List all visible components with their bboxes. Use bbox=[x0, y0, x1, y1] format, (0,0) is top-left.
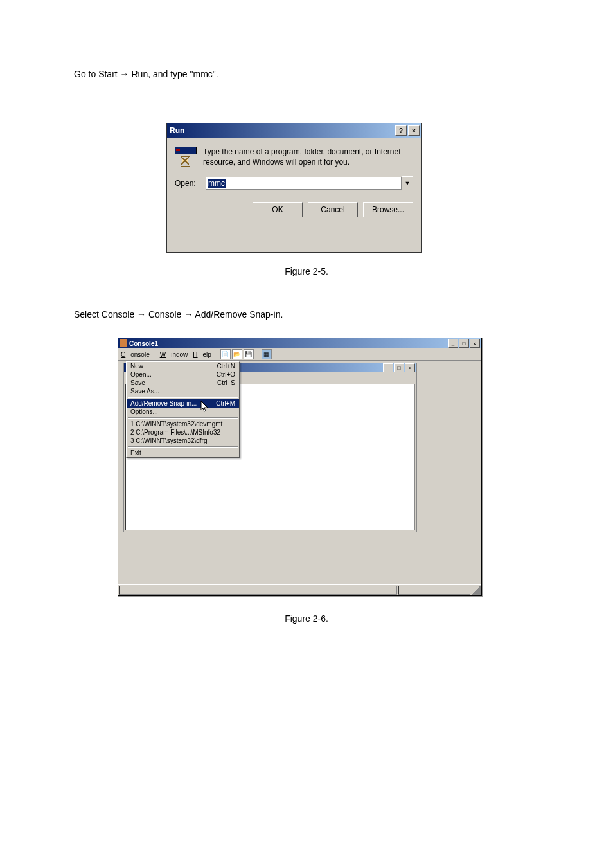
run-icon bbox=[175, 147, 195, 167]
close-button[interactable]: × bbox=[408, 125, 420, 136]
console-title: Console1 bbox=[129, 340, 447, 347]
inner-maximize-button[interactable]: □ bbox=[394, 363, 404, 372]
help-button[interactable]: ? bbox=[395, 125, 407, 136]
run-description: Type the name of a program, folder, docu… bbox=[203, 147, 413, 167]
new-file-icon[interactable]: 📄 bbox=[220, 349, 231, 359]
menu-item-saveas[interactable]: Save As... bbox=[127, 387, 239, 395]
step2-text: Select Console → Console → Add/Remove Sn… bbox=[74, 309, 283, 320]
hourglass-icon bbox=[180, 156, 190, 167]
open-dropdown-button[interactable]: ▼ bbox=[402, 176, 413, 190]
save-icon[interactable]: 💾 bbox=[244, 349, 254, 359]
top-rule bbox=[51, 55, 562, 55]
menu-help[interactable]: Help bbox=[193, 351, 211, 358]
menu-item-save[interactable]: SaveCtrl+S bbox=[127, 379, 239, 387]
console-menu-dropdown: NewCtrl+N Open...Ctrl+O SaveCtrl+S Save … bbox=[126, 361, 240, 458]
cancel-button[interactable]: Cancel bbox=[308, 202, 358, 217]
menu-separator bbox=[128, 417, 238, 419]
menu-separator bbox=[128, 446, 238, 448]
menu-item-options[interactable]: Options... bbox=[127, 408, 239, 416]
step2-mid2: Add/Remove Snap-in. bbox=[195, 309, 283, 320]
maximize-button[interactable]: □ bbox=[459, 339, 469, 348]
menu-item-addremove[interactable]: Add/Remove Snap-in...Ctrl+M bbox=[127, 399, 239, 408]
close-button[interactable]: × bbox=[470, 339, 480, 348]
run-body: Type the name of a program, folder, docu… bbox=[167, 138, 421, 170]
step2-prefix: Select Console bbox=[74, 309, 137, 320]
menubar: Console Window Help 📄 📂 💾 ▦ bbox=[118, 348, 481, 361]
menu-item-recent3[interactable]: 3 C:\WINNT\system32\dfrg bbox=[127, 437, 239, 445]
step2-mid: Console bbox=[148, 309, 184, 320]
open-row: Open: mmc ▼ bbox=[167, 170, 421, 190]
console-icon bbox=[120, 339, 127, 347]
menu-console[interactable]: Console bbox=[121, 351, 155, 358]
figure-caption-2: Figure 2-6. bbox=[0, 613, 613, 624]
figure-caption-1: Figure 2-5. bbox=[0, 266, 613, 276]
step1-text: Go to Start → Run, and type "mmc". bbox=[74, 69, 218, 79]
bottom-rule bbox=[51, 19, 562, 19]
open-icon[interactable]: 📂 bbox=[232, 349, 242, 359]
open-label: Open: bbox=[175, 179, 206, 188]
inner-close-button[interactable]: × bbox=[405, 363, 415, 372]
arrow-icon: → bbox=[120, 69, 129, 79]
menu-item-exit[interactable]: Exit bbox=[127, 449, 239, 457]
run-buttons: OK Cancel Browse... bbox=[167, 190, 421, 225]
menu-item-recent1[interactable]: 1 C:\WINNT\system32\devmgmt bbox=[127, 420, 239, 428]
console-titlebar: Console1 _ □ × bbox=[118, 338, 481, 348]
cursor-icon bbox=[200, 401, 208, 411]
run-dialog: Run ? × Type the name of a program, fold… bbox=[166, 123, 422, 253]
step1-rest: Run, and type "mmc". bbox=[131, 69, 218, 79]
arrow-icon: → bbox=[184, 309, 193, 320]
resize-grip-icon[interactable] bbox=[472, 586, 481, 595]
menu-separator bbox=[128, 397, 238, 398]
menu-item-open[interactable]: Open...Ctrl+O bbox=[127, 370, 239, 379]
step1-prefix: Go to Start bbox=[74, 69, 120, 79]
open-input[interactable]: mmc bbox=[206, 177, 402, 190]
run-title: Run bbox=[170, 126, 394, 135]
inner-minimize-button[interactable]: _ bbox=[383, 363, 393, 372]
arrow-icon: → bbox=[137, 309, 146, 320]
browse-button[interactable]: Browse... bbox=[363, 202, 413, 217]
open-input-value: mmc bbox=[208, 179, 226, 188]
run-titlebar: Run ? × bbox=[167, 123, 421, 138]
tool-icon[interactable]: ▦ bbox=[262, 349, 272, 359]
menu-item-new[interactable]: NewCtrl+N bbox=[127, 362, 239, 370]
menu-window[interactable]: Window bbox=[160, 351, 188, 358]
toolbar-icons: 📄 📂 💾 ▦ bbox=[220, 349, 272, 359]
menu-item-recent2[interactable]: 2 C:\Program Files\...\MSInfo32 bbox=[127, 428, 239, 437]
minimize-button[interactable]: _ bbox=[448, 339, 458, 348]
console-window: Console1 _ □ × Console Window Help 📄 📂 💾… bbox=[118, 338, 482, 596]
statusbar bbox=[118, 584, 481, 595]
ok-button[interactable]: OK bbox=[253, 202, 303, 217]
